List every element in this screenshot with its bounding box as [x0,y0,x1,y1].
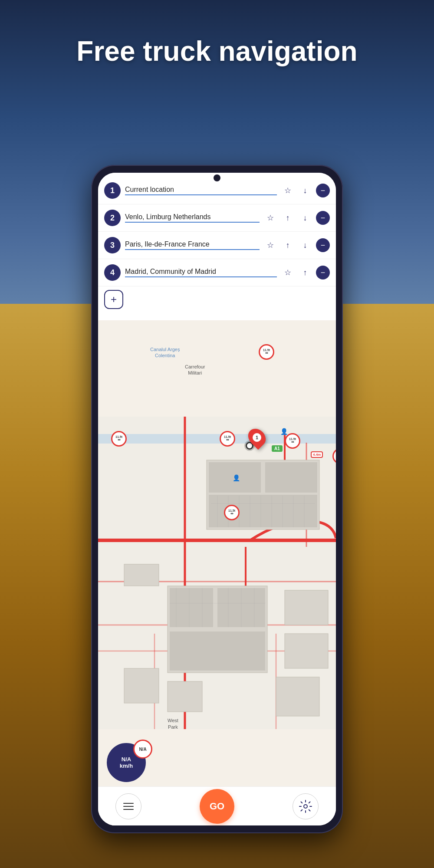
star-icon-3[interactable]: ☆ [264,239,277,252]
arrow-down-icon-1[interactable]: ↓ [299,184,312,197]
menu-button[interactable] [115,793,141,819]
map-background: Canalul Argeș Colentina Carrefour Milita… [98,320,336,825]
location-pin-1: 1 [249,428,265,447]
speed-unit: km/h [120,763,133,769]
menu-line-1 [123,803,134,804]
speed-value: N/A [122,756,131,763]
menu-line-2 [123,806,134,807]
nav-num-1: 1 [104,182,121,199]
carrefour-label: Carrefour Militari [185,364,205,376]
phone-camera [214,174,220,181]
arrow-up-icon-3[interactable]: ↑ [281,239,294,252]
canal-label: Canalul Argeș Colentina [150,346,180,359]
restriction-7: 11.5t⇔ [224,505,240,520]
speed-limit-badge: N/A [133,740,152,759]
menu-line-3 [123,809,134,810]
settings-button[interactable] [293,793,319,819]
speed-limit-value: N/A [139,747,146,752]
svg-rect-15 [265,462,317,493]
person-icon-2: 👤 [233,474,240,481]
nav-actions-3: ☆ ↑ ↓ − [264,238,330,252]
map-section[interactable]: Canalul Argeș Colentina Carrefour Milita… [98,320,336,825]
nav-item-2: 2 ☆ ↑ ↓ − [98,204,336,232]
hero-title: Free truck navigation [0,35,434,68]
nav-input-3[interactable] [125,240,260,250]
bottom-bar: GO [98,786,336,825]
svg-point-44 [304,805,307,808]
nav-actions-1: ☆ ↓ − [281,184,330,197]
svg-rect-24 [124,668,159,703]
nav-actions-4: ☆ ↑ − [281,266,330,279]
svg-rect-21 [124,564,159,586]
arrow-down-icon-2[interactable]: ↓ [299,211,312,224]
nav-item-3: 3 ☆ ↑ ↓ − [98,232,336,259]
person-icon-1: 👤 [280,428,288,435]
star-icon-2[interactable]: ☆ [264,211,277,224]
nav-input-1[interactable] [125,186,277,195]
phone-frame: 1 ☆ ↓ − 2 ☆ ↑ ↓ − [91,165,343,833]
nav-num-2: 2 [104,210,121,226]
speed-indicator: N/A km/h N/A [107,743,146,782]
nav-input-2[interactable] [125,213,260,223]
remove-btn-2[interactable]: − [316,211,330,225]
svg-rect-26 [276,677,319,716]
add-waypoint-button[interactable]: + [104,290,123,309]
road-sign-a1: A1 [272,445,283,452]
go-button[interactable]: GO [200,789,234,824]
nav-num-4: 4 [104,264,121,281]
svg-rect-20 [170,631,265,671]
nav-num-3: 3 [104,237,121,253]
remove-btn-3[interactable]: − [316,238,330,252]
star-icon-1[interactable]: ☆ [281,184,294,197]
nav-item-4: 4 ☆ ↑ − [98,259,336,286]
restriction-4: 11.5t⇔ [220,431,235,447]
west-park-label: West Park [168,717,178,730]
arrow-up-icon-4[interactable]: ↑ [299,266,312,279]
restriction-3: 11.5t⇔ [111,431,127,447]
arrow-up-icon-2[interactable]: ↑ [281,211,294,224]
phone-screen: 1 ☆ ↓ − 2 ☆ ↑ ↓ − [98,173,336,825]
restriction-1: 11.5t⇔ [259,344,274,360]
settings-icon [299,799,312,813]
remove-btn-1[interactable]: − [316,184,330,197]
remove-btn-4[interactable]: − [316,266,330,279]
restriction-5: 11.5t⇔ [285,433,300,449]
nav-input-4[interactable] [125,268,277,277]
nav-actions-2: ☆ ↑ ↓ − [264,211,330,225]
svg-rect-25 [168,681,202,712]
height-restriction: 4.4m [311,451,323,458]
star-icon-4[interactable]: ☆ [281,266,294,279]
nav-list: 1 ☆ ↓ − 2 ☆ ↑ ↓ − [98,173,336,312]
svg-rect-23 [285,634,328,668]
svg-rect-22 [285,590,328,625]
arrow-down-icon-3[interactable]: ↓ [299,239,312,252]
